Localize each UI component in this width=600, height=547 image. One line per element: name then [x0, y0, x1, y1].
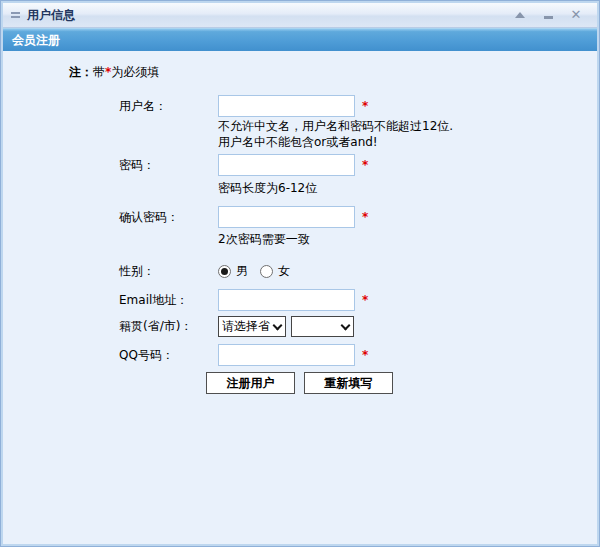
- close-icon: ✕: [571, 8, 582, 22]
- confirm-password-required-star: *: [362, 210, 368, 224]
- chevron-down-icon: [273, 320, 283, 330]
- password-hint: 密码长度为6-12位: [218, 181, 589, 195]
- password-input[interactable]: [218, 154, 355, 176]
- username-hint-2: 用户名中不能包含or或者and!: [218, 135, 589, 149]
- username-input[interactable]: [218, 95, 355, 117]
- register-button[interactable]: 注册用户: [206, 372, 295, 394]
- hometown-group: 籍贯(省/市)： 请选择省: [119, 316, 589, 337]
- qq-input[interactable]: [218, 344, 355, 366]
- window: 用户信息 ✕ 会员注册 注：带*为必须填 用户名： * 不允许中文名，用户名和密…: [0, 0, 600, 547]
- password-required-star: *: [362, 158, 368, 172]
- register-form: 用户名： * 不允许中文名，用户名和密码不能超过12位. 用户名中不能包含or或…: [119, 95, 589, 394]
- confirm-password-input[interactable]: [218, 206, 355, 228]
- email-required-star: *: [362, 293, 368, 307]
- panel-title: 会员注册: [12, 32, 60, 49]
- button-row: 注册用户 重新填写: [206, 372, 589, 394]
- window-menu-icon[interactable]: [11, 12, 20, 18]
- city-select[interactable]: [291, 316, 354, 337]
- qq-label: QQ号码：: [119, 347, 218, 364]
- form-panel: 注：带*为必须填 用户名： * 不允许中文名，用户名和密码不能超过12位. 用户…: [3, 51, 597, 544]
- province-select-value: 请选择省: [222, 318, 272, 335]
- username-group: 用户名： * 不允许中文名，用户名和密码不能超过12位. 用户名中不能包含or或…: [119, 95, 589, 149]
- triangle-up-icon: [515, 12, 525, 18]
- username-hint-1: 不允许中文名，用户名和密码不能超过12位.: [218, 119, 589, 133]
- note-suffix: 为必须填: [111, 65, 159, 79]
- username-label: 用户名：: [119, 98, 218, 115]
- confirm-password-label: 确认密码：: [119, 209, 218, 226]
- gender-label: 性别：: [119, 263, 218, 280]
- required-note: 注：带*为必须填: [69, 64, 597, 81]
- gender-radio-female[interactable]: [260, 265, 273, 278]
- panel-header: 会员注册: [3, 28, 597, 51]
- qq-required-star: *: [362, 348, 368, 362]
- note-mid: 带: [93, 65, 105, 79]
- password-label: 密码：: [119, 157, 218, 174]
- note-prefix: 注：: [69, 65, 93, 79]
- gender-option-male-label: 男: [236, 263, 248, 280]
- chevron-down-icon: [341, 320, 351, 330]
- qq-group: QQ号码： *: [119, 344, 589, 366]
- minimize-icon: [544, 16, 553, 19]
- rollup-button[interactable]: [513, 8, 527, 22]
- email-group: Email地址： *: [119, 289, 589, 311]
- window-title: 用户信息: [27, 7, 75, 24]
- province-select[interactable]: 请选择省: [218, 316, 286, 337]
- email-input[interactable]: [218, 289, 355, 311]
- confirm-password-group: 确认密码： * 2次密码需要一致: [119, 206, 589, 246]
- confirm-password-hint: 2次密码需要一致: [218, 232, 589, 246]
- gender-option-female-label: 女: [278, 263, 290, 280]
- gender-group: 性别： 男 女: [119, 262, 589, 280]
- hometown-label: 籍贯(省/市)：: [119, 318, 218, 335]
- reset-button[interactable]: 重新填写: [304, 372, 393, 394]
- titlebar: 用户信息 ✕: [3, 3, 597, 28]
- gender-radio-male[interactable]: [218, 265, 231, 278]
- password-group: 密码： * 密码长度为6-12位: [119, 154, 589, 195]
- close-button[interactable]: ✕: [569, 8, 583, 22]
- window-controls: ✕: [513, 8, 589, 22]
- username-required-star: *: [362, 99, 368, 113]
- minimize-button[interactable]: [541, 8, 555, 22]
- email-label: Email地址：: [119, 292, 218, 309]
